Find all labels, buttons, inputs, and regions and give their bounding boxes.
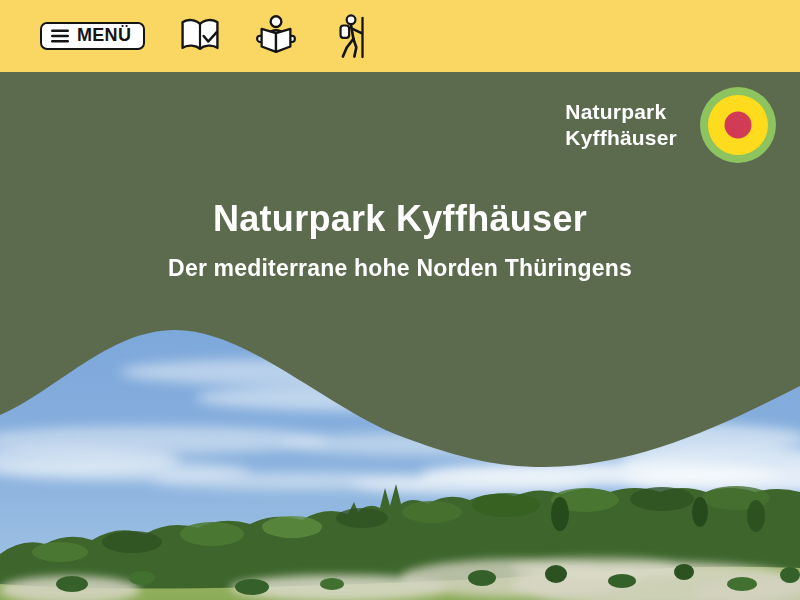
hiking-tours-button[interactable] xyxy=(329,13,375,59)
guidebook-button[interactable] xyxy=(177,13,223,59)
reading-info-button[interactable] xyxy=(253,13,299,59)
hiker-icon xyxy=(331,13,373,59)
menu-button-label: MENÜ xyxy=(77,25,131,46)
naturpark-logo-icon xyxy=(699,86,777,164)
site-logo-line1: Naturpark xyxy=(565,99,677,125)
menu-button[interactable]: MENÜ xyxy=(40,22,145,50)
naturpark-kyffhaeuser-homepage: MENÜ xyxy=(0,0,800,600)
open-book-check-icon xyxy=(178,14,222,58)
person-reading-icon xyxy=(253,13,299,59)
hamburger-icon xyxy=(51,29,69,43)
top-navigation-bar: MENÜ xyxy=(0,0,800,72)
hero-section: Naturpark Kyffhäuser Naturpark Kyffhäuse… xyxy=(0,72,800,600)
site-logo-line2: Kyffhäuser xyxy=(565,125,677,151)
page-title: Naturpark Kyffhäuser xyxy=(0,198,800,240)
site-logo-text: Naturpark Kyffhäuser xyxy=(565,99,677,151)
site-logo[interactable]: Naturpark Kyffhäuser xyxy=(565,86,777,164)
page-subtitle: Der mediterrane hohe Norden Thüringens xyxy=(0,255,800,282)
